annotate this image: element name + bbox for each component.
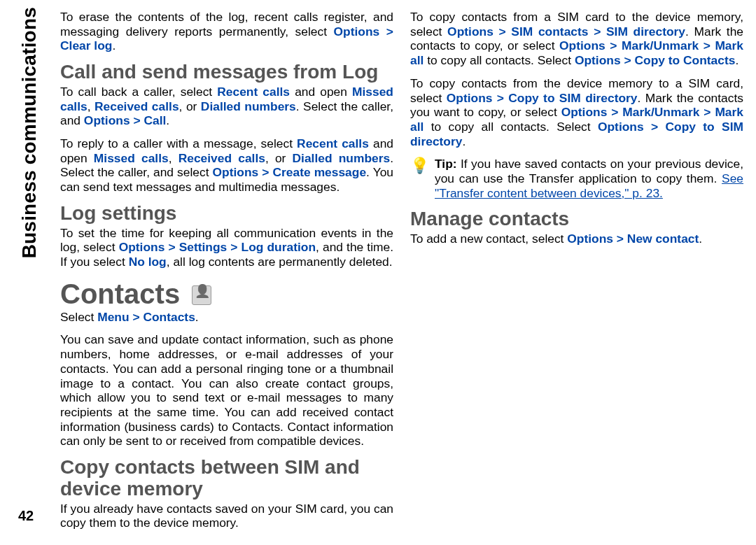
contacts-description: You can save and update contact informat… xyxy=(60,332,393,448)
ui-recent-calls: Recent calls xyxy=(297,136,369,150)
text: . xyxy=(112,38,115,52)
chevron-icon: > xyxy=(704,105,715,119)
ui-dialled-numbers: Dialled numbers xyxy=(293,151,391,165)
ui-copy-to-contacts: Copy to Contacts xyxy=(634,53,735,67)
contacts-select-path: Select Menu > Contacts. xyxy=(60,310,393,325)
tip-label: Tip: xyxy=(435,157,461,171)
text: and open xyxy=(295,85,352,99)
heading-call-send-from-log: Call and send messages from Log xyxy=(60,62,393,83)
tip-text: Tip: If you have saved contacts on your … xyxy=(435,157,743,200)
ui-options: Options xyxy=(447,24,493,38)
manage-contacts-paragraph: To add a new contact, select Options > N… xyxy=(410,232,743,246)
text: . xyxy=(166,113,169,127)
ui-no-log: No log xyxy=(129,255,167,269)
heading-text: Contacts xyxy=(60,278,180,309)
ui-options: Options xyxy=(561,105,608,119)
ui-options: Options xyxy=(447,91,493,105)
chevron-icon: > xyxy=(704,38,715,52)
ui-options: Options xyxy=(84,113,130,127)
erase-log-paragraph: To erase the contents of the log, recent… xyxy=(60,10,393,53)
callback-paragraph: To call back a caller, select Recent cal… xyxy=(60,85,393,128)
ui-options: Options xyxy=(559,38,606,52)
text: To add a new contact, select xyxy=(410,232,567,246)
chevron-icon: > xyxy=(499,24,512,38)
ui-received-calls: Received calls xyxy=(178,151,265,165)
copy-sim-to-device: To copy contacts from a SIM card to the … xyxy=(410,10,743,68)
chevron-icon: > xyxy=(610,38,622,52)
log-settings-paragraph: To set the time for keeping all communic… xyxy=(60,226,393,269)
reply-paragraph: To reply to a caller with a message, sel… xyxy=(60,136,393,194)
ui-mark-unmark: Mark/Unmark xyxy=(622,105,699,119)
text: If you have saved contacts on your previ… xyxy=(435,157,743,185)
ui-options: Options xyxy=(567,232,613,246)
ui-options: Options xyxy=(119,240,165,254)
text: , xyxy=(169,151,178,165)
chevron-icon: > xyxy=(168,240,178,254)
ui-contacts: Contacts xyxy=(143,310,195,324)
heading-copy-contacts: Copy contacts between SIM and device mem… xyxy=(60,457,393,500)
page-number: 42 xyxy=(18,508,34,524)
chevron-icon: > xyxy=(651,120,666,134)
ui-call: Call xyxy=(144,113,166,127)
text: To call back a caller, select xyxy=(60,85,217,99)
text: . xyxy=(699,232,702,246)
chevron-icon: > xyxy=(611,105,622,119)
chevron-icon: > xyxy=(624,53,634,67)
chevron-icon: > xyxy=(386,24,393,38)
ui-copy-to-sim-dir: Copy to SIM directory xyxy=(508,91,637,105)
ui-clear-log: Clear log xyxy=(60,38,112,52)
ui-received-calls: Received calls xyxy=(94,99,179,113)
copy-intro: If you already have contacts saved on yo… xyxy=(60,502,393,530)
ui-options: Options xyxy=(598,120,644,134)
lightbulb-icon: 💡 xyxy=(410,157,429,174)
ui-recent-calls: Recent calls xyxy=(217,85,290,99)
text: . xyxy=(462,134,465,148)
heading-contacts: Contacts xyxy=(60,279,393,309)
text: to copy all contacts. Select xyxy=(424,120,598,134)
ui-settings: Settings xyxy=(179,240,227,254)
tip-block: 💡 Tip: If you have saved contacts on you… xyxy=(410,157,743,200)
ui-options: Options xyxy=(334,24,380,38)
ui-mark-unmark: Mark/Unmark xyxy=(622,38,699,52)
contacts-app-icon xyxy=(192,285,211,305)
text: , all log contents are permanently delet… xyxy=(167,255,393,269)
text: Select xyxy=(60,310,97,324)
ui-missed-calls: Missed calls xyxy=(94,151,169,165)
ui-options: Options xyxy=(575,53,621,67)
ui-dialled-numbers: Dialled numbers xyxy=(201,99,296,113)
text: , or xyxy=(179,99,201,113)
chevron-icon: > xyxy=(132,310,143,324)
ui-sim-directory: SIM directory xyxy=(606,24,685,38)
ui-create-message: Create message xyxy=(272,165,366,179)
ui-menu: Menu xyxy=(97,310,129,324)
chevron-icon: > xyxy=(617,232,627,246)
chevron-icon: > xyxy=(133,113,144,127)
ui-log-duration: Log duration xyxy=(241,240,316,254)
ui-sim-contacts: SIM contacts xyxy=(511,24,588,38)
ui-options: Options xyxy=(213,165,259,179)
body-columns: To erase the contents of the log, recent… xyxy=(60,10,743,542)
chevron-icon: > xyxy=(594,24,606,38)
chevron-icon: > xyxy=(497,91,509,105)
section-side-tab: Business communications xyxy=(18,7,41,258)
chevron-icon: > xyxy=(262,165,272,179)
ui-new-contact: New contact xyxy=(627,232,699,246)
copy-device-to-sim: To copy contacts from the device memory … xyxy=(410,76,743,149)
manual-page: Business communications 42 To erase the … xyxy=(0,0,756,545)
text: , or xyxy=(265,151,293,165)
text: To reply to a caller with a message, sel… xyxy=(60,136,297,150)
heading-log-settings: Log settings xyxy=(60,203,393,225)
text: , xyxy=(88,99,94,113)
text: . xyxy=(735,53,738,67)
chevron-icon: > xyxy=(230,240,241,254)
text: to copy all contacts. Select xyxy=(424,53,575,67)
heading-manage-contacts: Manage contacts xyxy=(410,208,743,230)
text: . xyxy=(195,310,199,324)
